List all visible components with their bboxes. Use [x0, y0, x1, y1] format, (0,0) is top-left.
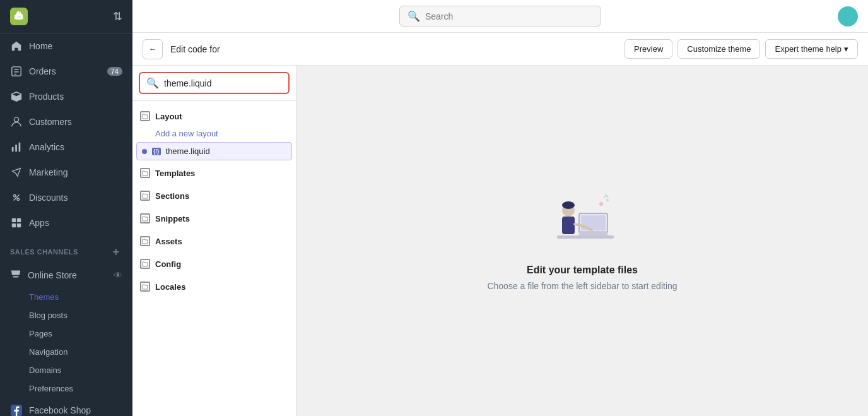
- locales-folder-icon: [140, 282, 150, 292]
- header-actions: Preview Customize theme Expert theme hel…: [625, 39, 858, 59]
- store-switcher-icon[interactable]: ⇅: [113, 9, 122, 23]
- sales-channels-label: SALES CHANNELS +: [0, 235, 132, 262]
- assets-folder-icon: [140, 236, 150, 246]
- shopify-logo-icon[interactable]: [10, 8, 28, 25]
- empty-state-subtitle: Choose a file from the left sidebar to s…: [487, 281, 677, 291]
- sidebar-item-analytics[interactable]: Analytics: [0, 134, 132, 160]
- sidebar-logo: ⇅: [0, 0, 132, 33]
- global-search-input[interactable]: [425, 11, 593, 21]
- global-search-box[interactable]: 🔍: [399, 6, 601, 27]
- empty-state-illustration: [544, 191, 620, 254]
- locales-section-header[interactable]: Locales: [132, 276, 296, 297]
- sections-folder-icon: [140, 191, 150, 201]
- marketing-icon: [10, 166, 23, 179]
- assets-section: Assets: [132, 231, 296, 251]
- svg-line-10: [14, 195, 20, 201]
- sidebar-item-facebook-shop[interactable]: Facebook Shop: [0, 398, 132, 416]
- svg-point-8: [14, 195, 16, 198]
- main-area: 🔍 ← Edit code for Preview Customize them…: [132, 0, 868, 416]
- empty-state: Edit your template files Choose a file f…: [487, 191, 677, 291]
- sidebar-label-home: Home: [29, 41, 52, 51]
- file-item-theme-liquid[interactable]: {/} theme.liquid: [136, 142, 292, 160]
- add-channel-button[interactable]: +: [110, 246, 122, 258]
- svg-rect-27: [562, 217, 575, 234]
- file-list: Layout Add a new layout {/} theme.liquid: [132, 101, 296, 416]
- assets-section-header[interactable]: Assets: [132, 231, 296, 251]
- snippets-section-header[interactable]: Snippets: [132, 208, 296, 229]
- sidebar-item-products[interactable]: Products: [0, 84, 132, 109]
- customers-icon: [10, 116, 23, 128]
- apps-icon: [10, 217, 23, 229]
- svg-rect-5: [12, 147, 14, 152]
- sidebar-item-online-store[interactable]: Online Store 👁: [0, 262, 132, 288]
- blog-posts-label: Blog posts: [29, 311, 67, 320]
- top-bar: 🔍: [132, 0, 868, 33]
- sidebar-sub-item-pages[interactable]: Pages: [0, 324, 132, 343]
- editor-main: Edit your template files Choose a file f…: [296, 66, 868, 416]
- sidebar-item-home[interactable]: Home: [0, 33, 132, 59]
- svg-rect-6: [15, 145, 17, 152]
- pages-label: Pages: [29, 329, 52, 338]
- snippets-label: Snippets: [155, 214, 190, 223]
- layout-section-header[interactable]: Layout: [132, 106, 296, 126]
- sidebar-sub-item-navigation[interactable]: Navigation: [0, 343, 132, 361]
- sidebar-item-orders[interactable]: Orders 74: [0, 59, 132, 84]
- preferences-label: Preferences: [29, 384, 73, 393]
- snippets-section: Snippets: [132, 208, 296, 229]
- customize-theme-button[interactable]: Customize theme: [677, 39, 760, 59]
- templates-section: Templates: [132, 163, 296, 183]
- analytics-icon: [10, 141, 23, 153]
- layout-section: Layout Add a new layout {/} theme.liquid: [132, 106, 296, 160]
- eye-icon[interactable]: 👁: [114, 270, 122, 280]
- config-label: Config: [155, 259, 181, 269]
- svg-point-30: [606, 199, 609, 201]
- liquid-file-icon: {/}: [152, 148, 161, 155]
- sidebar-item-customers[interactable]: Customers: [0, 109, 132, 134]
- sections-section: Sections: [132, 186, 296, 206]
- templates-section-header[interactable]: Templates: [132, 163, 296, 183]
- sidebar-sub-item-themes[interactable]: Themes: [0, 288, 132, 306]
- editor-header: ← Edit code for Preview Customize theme …: [132, 33, 868, 66]
- add-layout-link[interactable]: Add a new layout: [132, 126, 296, 141]
- chevron-down-icon: ▾: [844, 44, 848, 54]
- sidebar-sub-item-domains[interactable]: Domains: [0, 361, 132, 379]
- svg-rect-24: [587, 236, 599, 238]
- sidebar-label-products: Products: [29, 92, 64, 102]
- snippets-folder-icon: [140, 213, 150, 223]
- svg-rect-7: [19, 143, 21, 152]
- preview-button[interactable]: Preview: [625, 39, 672, 59]
- content-area: ← Edit code for Preview Customize theme …: [132, 33, 868, 416]
- file-search-input[interactable]: [164, 78, 282, 88]
- editor-title: Edit code for: [170, 44, 617, 54]
- sidebar-item-marketing[interactable]: Marketing: [0, 160, 132, 185]
- facebook-icon: [10, 404, 23, 416]
- expert-help-button[interactable]: Expert theme help ▾: [765, 39, 858, 59]
- user-avatar[interactable]: [838, 6, 858, 27]
- themes-label: Themes: [29, 292, 59, 302]
- sidebar-label-analytics: Analytics: [29, 142, 64, 152]
- sidebar-label-discounts: Discounts: [29, 193, 67, 203]
- back-button[interactable]: ←: [143, 39, 163, 59]
- svg-point-29: [599, 202, 603, 206]
- facebook-shop-label: Facebook Shop: [29, 405, 91, 415]
- file-search-box[interactable]: 🔍: [139, 72, 290, 94]
- editor-body: 🔍 Layout Add a new layout: [132, 66, 868, 416]
- svg-rect-13: [12, 223, 16, 227]
- svg-point-4: [14, 117, 18, 122]
- svg-rect-12: [17, 218, 21, 222]
- layout-label: Layout: [155, 112, 182, 121]
- templates-label: Templates: [155, 169, 195, 178]
- sidebar-label-customers: Customers: [29, 117, 72, 127]
- svg-point-9: [17, 198, 20, 201]
- sections-label: Sections: [155, 191, 189, 201]
- sidebar-item-apps[interactable]: Apps: [0, 210, 132, 235]
- sidebar-sub-item-preferences[interactable]: Preferences: [0, 379, 132, 398]
- config-section-header[interactable]: Config: [132, 254, 296, 274]
- file-search-icon: 🔍: [146, 77, 159, 89]
- sidebar-sub-item-blog-posts[interactable]: Blog posts: [0, 306, 132, 324]
- orders-icon: [10, 65, 23, 78]
- sections-section-header[interactable]: Sections: [132, 186, 296, 206]
- online-store-icon: [10, 268, 21, 282]
- online-store-label: Online Store: [28, 270, 107, 280]
- sidebar-item-discounts[interactable]: Discounts: [0, 185, 132, 210]
